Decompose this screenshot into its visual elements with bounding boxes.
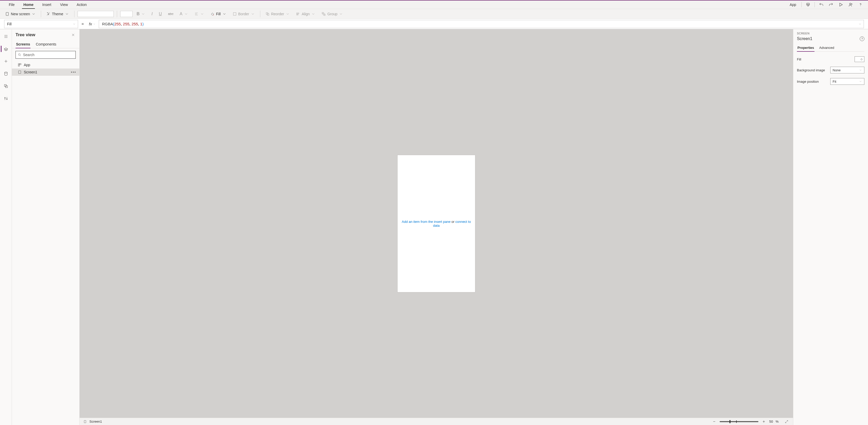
section-label: SCREEN xyxy=(797,32,864,35)
media-rail-icon[interactable] xyxy=(1,81,11,91)
zoom-percent: % xyxy=(775,420,779,423)
svg-rect-22 xyxy=(84,420,86,423)
underline-button[interactable]: U xyxy=(157,10,164,18)
menu-action[interactable]: Action xyxy=(75,1,88,8)
svg-rect-21 xyxy=(18,71,21,74)
tree-view-title: Tree view xyxy=(16,32,35,37)
equals-label: = xyxy=(78,22,87,26)
zoom-out-button[interactable]: − xyxy=(711,419,717,424)
formula-bar: Fill = fx RGBA(255, 255, 255, 1) xyxy=(0,19,868,29)
tree-item-label: Screen1 xyxy=(24,70,37,74)
redo-icon[interactable] xyxy=(827,1,835,8)
tree-item-label: App xyxy=(24,63,30,67)
svg-rect-11 xyxy=(323,13,325,15)
canvas-status-bar: Screen1 − + 50 % xyxy=(80,418,793,425)
menu-file[interactable]: File xyxy=(7,1,16,8)
fx-label: fx xyxy=(89,22,92,26)
screen-canvas[interactable]: Add an item from the insert pane or conn… xyxy=(398,155,475,292)
prop-img-pos-label: Image position xyxy=(797,80,819,84)
chevron-down-icon xyxy=(73,23,76,26)
chevron-down-icon xyxy=(339,12,343,16)
tree-item-app[interactable]: App xyxy=(12,61,80,68)
advanced-tools-icon[interactable] xyxy=(1,93,11,104)
menu-home[interactable]: Home xyxy=(22,1,35,9)
tab-screens[interactable]: Screens xyxy=(16,40,31,48)
top-menubar: File Home Insert View Action App xyxy=(0,1,868,9)
share-icon[interactable] xyxy=(846,1,855,8)
italic-button[interactable]: I xyxy=(149,10,155,18)
tree-view-icon[interactable] xyxy=(1,44,11,54)
menu-insert[interactable]: Insert xyxy=(40,1,53,8)
tab-advanced[interactable]: Advanced xyxy=(818,44,835,52)
svg-rect-2 xyxy=(6,12,8,16)
align-button[interactable]: Align xyxy=(294,10,317,18)
insert-pane-link[interactable]: Add an item from the insert pane xyxy=(402,220,451,223)
data-rail-icon[interactable] xyxy=(1,68,11,79)
svg-point-0 xyxy=(850,3,851,5)
status-screen-name: Screen1 xyxy=(89,420,102,423)
fx-button[interactable]: fx xyxy=(87,22,99,26)
reorder-label: Reorder xyxy=(271,12,284,16)
font-size-box[interactable] xyxy=(120,11,133,17)
zoom-slider[interactable] xyxy=(720,421,758,422)
paint-icon xyxy=(860,58,863,61)
chevron-down-icon xyxy=(251,12,255,16)
health-check-icon[interactable] xyxy=(804,1,812,8)
formula-input[interactable]: RGBA(255, 255, 255, 1) xyxy=(99,20,864,28)
bg-image-select[interactable]: None xyxy=(830,67,864,73)
font-picker-box[interactable] xyxy=(78,11,114,17)
strikethrough-button[interactable]: abc xyxy=(166,10,176,18)
tree-item-screen1[interactable]: Screen1 ••• xyxy=(12,68,80,76)
help-icon[interactable] xyxy=(856,1,865,8)
prop-bg-image-label: Background image xyxy=(797,68,825,72)
chevron-down-icon xyxy=(141,12,145,16)
svg-rect-20 xyxy=(18,65,20,66)
font-color-button[interactable]: A xyxy=(178,10,190,18)
more-options-icon[interactable]: ••• xyxy=(71,70,76,74)
border-button[interactable]: Border xyxy=(230,10,257,18)
svg-text:a: a xyxy=(48,13,49,15)
fit-to-window-icon[interactable] xyxy=(784,419,789,424)
bold-button[interactable]: B xyxy=(135,10,148,18)
zoom-in-button[interactable]: + xyxy=(761,419,767,424)
group-label: Group xyxy=(327,12,337,16)
group-button[interactable]: Group xyxy=(319,10,345,18)
insert-rail-icon[interactable] xyxy=(1,56,11,66)
fill-color-swatch[interactable] xyxy=(855,56,864,62)
reorder-button[interactable]: Reorder xyxy=(264,10,292,18)
image-position-select[interactable]: Fit xyxy=(830,78,864,85)
chevron-down-icon xyxy=(184,12,188,16)
close-icon[interactable] xyxy=(70,32,76,38)
chevron-down-icon xyxy=(200,12,204,16)
svg-rect-4 xyxy=(233,12,236,15)
new-screen-button[interactable]: New screen xyxy=(3,10,38,18)
image-position-value: Fit xyxy=(833,80,836,84)
fill-color-button[interactable]: Fill xyxy=(208,10,228,18)
svg-point-12 xyxy=(4,72,7,73)
chevron-down-icon xyxy=(222,12,226,16)
play-preview-icon[interactable] xyxy=(836,1,845,8)
chevron-down-icon xyxy=(859,80,862,83)
app-icon xyxy=(18,63,22,67)
chevron-down-icon xyxy=(93,23,96,25)
svg-rect-13 xyxy=(4,85,6,87)
tab-properties[interactable]: Properties xyxy=(797,44,814,52)
chevron-down-icon[interactable] xyxy=(859,23,862,26)
search-input[interactable]: Search xyxy=(16,51,76,59)
undo-icon[interactable] xyxy=(817,1,826,8)
chevron-down-icon xyxy=(311,12,315,16)
left-rail xyxy=(0,29,12,425)
formula-function: RGBA xyxy=(102,22,113,26)
svg-rect-5 xyxy=(266,12,268,14)
property-selector[interactable]: Fill xyxy=(4,20,78,28)
app-label[interactable]: App xyxy=(786,3,799,7)
hamburger-icon[interactable] xyxy=(1,31,11,41)
search-icon xyxy=(18,53,22,57)
tab-components[interactable]: Components xyxy=(35,40,57,48)
text-align-button[interactable] xyxy=(192,10,206,18)
menu-view[interactable]: View xyxy=(58,1,69,8)
help-icon[interactable]: ? xyxy=(860,36,864,41)
screen-name-title: Screen1 xyxy=(797,36,812,41)
theme-button[interactable]: a Theme xyxy=(44,10,71,18)
property-name: Fill xyxy=(7,22,12,26)
